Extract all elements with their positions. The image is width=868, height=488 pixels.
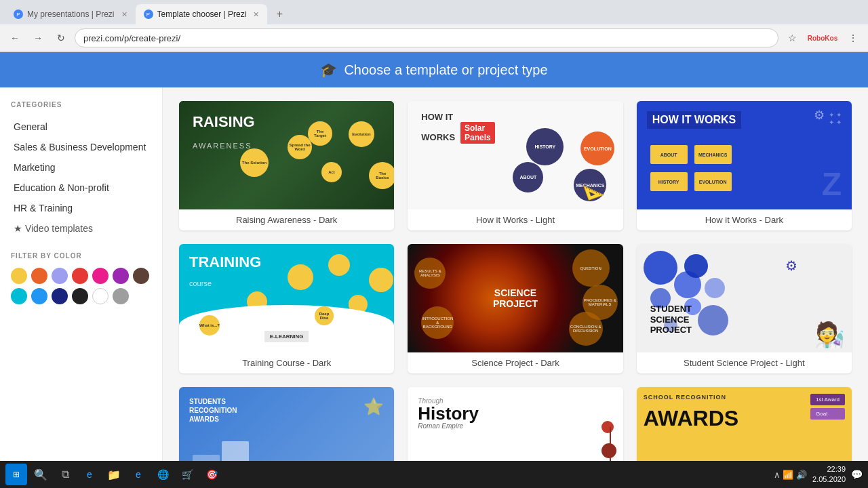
color-orange[interactable] xyxy=(31,268,47,284)
reload-button[interactable]: ↻ xyxy=(52,28,71,47)
tab-my-presentations[interactable]: P My presentations | Prezi ✕ xyxy=(5,4,136,24)
training-bubble-5 xyxy=(369,268,393,292)
sidebar-item-general-label: General xyxy=(14,121,47,132)
color-red[interactable] xyxy=(72,268,88,284)
color-pink[interactable] xyxy=(92,268,108,284)
hwd-title-text: HOW IT WORKS xyxy=(647,111,742,129)
sidebar-item-general[interactable]: General xyxy=(11,117,151,137)
tab-bar: P My presentations | Prezi ✕ P Template … xyxy=(0,0,868,24)
taskbar-edge[interactable]: e xyxy=(79,464,100,485)
howitworks-light-label: How it Works - Light xyxy=(408,209,623,230)
training-bubble-2 xyxy=(328,254,350,276)
bookmark-button[interactable]: ☆ xyxy=(783,28,802,47)
training-label: Training Course - Dark xyxy=(179,352,394,373)
taskbar-icons-system: ∧ 📶 🔊 xyxy=(774,470,807,480)
tab-icon-1: P xyxy=(14,9,23,19)
template-card-science-dark[interactable]: SCIENCEPROJECT QUESTION PROCEDURES &MATE… xyxy=(408,244,623,373)
raising-bubble-3: Act xyxy=(321,162,342,182)
sidebar-item-sales[interactable]: Sales & Business Development xyxy=(11,137,151,157)
taskbar-time-text: 22:39 xyxy=(812,464,846,474)
hwl-node-about: ABOUT xyxy=(513,162,543,192)
thumb-raising-awareness: RAISING AWARENESS The Solution Spread th… xyxy=(179,101,394,209)
color-lavender[interactable] xyxy=(52,268,68,284)
color-yellow[interactable] xyxy=(11,268,27,284)
sidebar-item-education[interactable]: Education & Non-profit xyxy=(11,178,151,198)
color-blue[interactable] xyxy=(31,288,47,304)
taskbar-task-view[interactable]: ⧉ xyxy=(54,464,76,485)
taskbar-datetime: 22:39 2.05.2020 xyxy=(812,464,846,485)
thumb-howitworks-light: HOW ITWORKS SolarPanels HISTORY ABOUT EV… xyxy=(408,101,623,209)
color-navy[interactable] xyxy=(52,288,68,304)
history-title-area: Through History Roman Empire xyxy=(418,397,479,430)
hwl-node-evolution: EVOLUTION xyxy=(580,131,614,165)
forward-button[interactable]: → xyxy=(28,28,47,47)
tab-close-2[interactable]: ✕ xyxy=(253,10,259,19)
taskbar-search[interactable]: 🔍 xyxy=(30,464,52,485)
color-teal[interactable] xyxy=(11,288,27,304)
student-science-label: Student Science Project - Light xyxy=(637,352,852,373)
template-card-howitworks-dark[interactable]: HOW IT WORKS ABOUT MECHANICS HISTORY EVO… xyxy=(637,101,852,230)
color-brown[interactable] xyxy=(133,268,149,284)
taskbar-date-text: 2.05.2020 xyxy=(812,474,846,485)
template-card-howitworks-light[interactable]: HOW ITWORKS SolarPanels HISTORY ABOUT EV… xyxy=(408,101,623,230)
sidebar-item-hr[interactable]: HR & Training xyxy=(11,198,151,218)
tab-label-2: Template chooser | Prezi xyxy=(157,9,247,19)
back-button[interactable]: ← xyxy=(5,28,24,47)
header-icon: 🎓 xyxy=(320,62,337,78)
browser-chrome: P My presentations | Prezi ✕ P Template … xyxy=(0,0,868,52)
thumb-student-science: ⚙ 🧑‍🔬 STUDENTSCIENCEPROJECT xyxy=(637,244,852,352)
sci-bubble-question: QUESTION xyxy=(572,249,610,287)
robo-logo: RoboKos xyxy=(806,28,840,47)
template-card-training[interactable]: TRAINING course E-LEARNING What is...? D… xyxy=(179,244,394,373)
extensions-button[interactable]: ⋮ xyxy=(844,28,863,47)
color-white[interactable] xyxy=(92,288,108,304)
taskbar-file-explorer[interactable]: 📁 xyxy=(103,464,125,485)
color-black[interactable] xyxy=(72,288,88,304)
taskbar: ⊞ 🔍 ⧉ e 📁 e 🌐 🛒 🎯 ∧ 📶 🔊 22:39 2.05.2020 … xyxy=(0,461,868,488)
template-card-student-science[interactable]: ⚙ 🧑‍🔬 STUDENTSCIENCEPROJECT Student Scie… xyxy=(637,244,852,373)
main-layout: CATEGORIES General Sales & Business Deve… xyxy=(0,87,868,488)
sidebar-item-video-label: ★ Video templates xyxy=(14,223,93,234)
hwl-title: HOW ITWORKS SolarPanels xyxy=(421,111,494,144)
raising-bubble-1: The Solution xyxy=(240,148,269,177)
awards-boxes: 1st Award Goal xyxy=(810,394,845,420)
taskbar-ie[interactable]: e xyxy=(127,464,149,485)
taskbar-chrome[interactable]: 🌐 xyxy=(152,464,174,485)
template-grid: RAISING AWARENESS The Solution Spread th… xyxy=(179,101,852,488)
color-purple[interactable] xyxy=(113,268,129,284)
address-bar[interactable]: prezi.com/p/create-prezi/ xyxy=(75,28,778,47)
page-header: 🎓 Choose a template or project type xyxy=(0,52,868,87)
science-center-label: SCIENCEPROJECT xyxy=(493,287,538,309)
sci-bubble-conclusion: CONCLUSION &DISCUSSION xyxy=(569,312,603,346)
training-title: TRAINING xyxy=(189,254,261,270)
tab-template-chooser[interactable]: P Template chooser | Prezi ✕ xyxy=(136,4,268,24)
awards-category: SCHOOL RECOGNITION xyxy=(644,394,726,401)
taskbar-start[interactable]: ⊞ xyxy=(5,464,27,485)
color-gray[interactable] xyxy=(113,288,129,304)
raising-bubble-4: Evolution xyxy=(349,121,374,147)
sidebar-item-marketing[interactable]: Marketing xyxy=(11,157,151,178)
howitworks-dark-label: How it Works - Dark xyxy=(637,209,852,230)
sidebar-item-video[interactable]: ★ Video templates xyxy=(11,218,151,239)
raising-subtitle: AWARENESS xyxy=(193,142,252,150)
training-bubble-white-1: What is...? xyxy=(199,315,220,336)
taskbar-store[interactable]: 🛒 xyxy=(176,464,198,485)
hwd-z-decoration: Z xyxy=(822,165,842,203)
thumb-science-dark: SCIENCEPROJECT QUESTION PROCEDURES &MATE… xyxy=(408,244,623,352)
tab-close-1[interactable]: ✕ xyxy=(121,10,127,19)
hwd-box-evolution: EVOLUTION xyxy=(694,172,732,191)
raising-label: Raising Awareness - Dark xyxy=(179,209,394,230)
science-dark-label: Science Project - Dark xyxy=(408,352,623,373)
hwd-gear: ⚙ xyxy=(814,108,825,123)
recognition-title: STUDENTSRECOGNITIONAWARDS xyxy=(189,397,237,424)
sidebar-item-education-label: Education & Non-profit xyxy=(14,182,109,193)
header-title: Choose a template or project type xyxy=(344,62,547,78)
taskbar-notification[interactable]: 💬 xyxy=(851,469,863,480)
hwd-box-mechanics: MECHANICS xyxy=(694,145,732,164)
new-tab-button[interactable]: + xyxy=(270,5,289,24)
template-card-raising-awareness[interactable]: RAISING AWARENESS The Solution Spread th… xyxy=(179,101,394,230)
categories-label: CATEGORIES xyxy=(11,101,151,108)
hwd-dots: ✦ ✦✦ ✦ xyxy=(829,111,842,126)
training-elearning-label: E-LEARNING xyxy=(264,331,309,342)
taskbar-extra[interactable]: 🎯 xyxy=(201,464,222,485)
